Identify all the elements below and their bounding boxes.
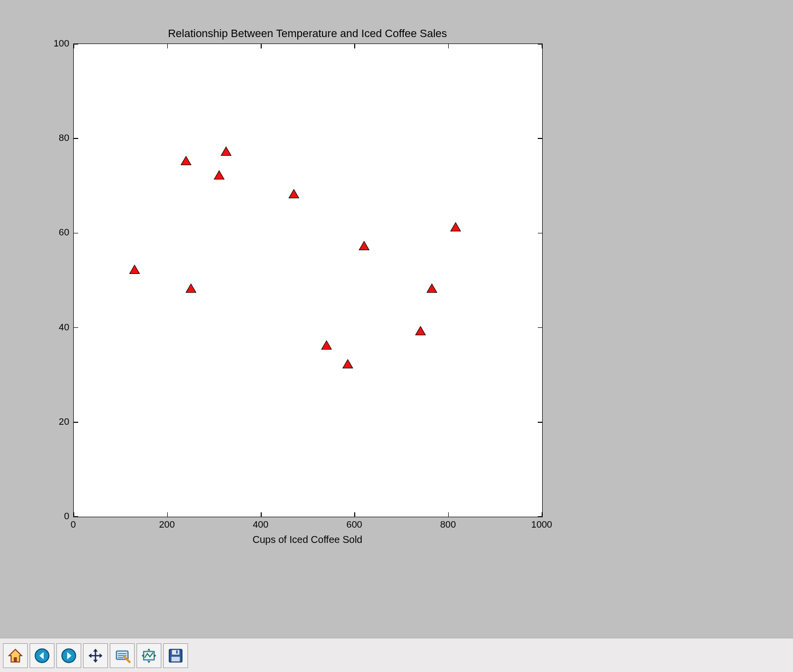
- data-point: [130, 266, 139, 273]
- svg-rect-8: [172, 657, 180, 662]
- y-tick-label: 100: [45, 38, 69, 49]
- forward-button[interactable]: [56, 643, 81, 668]
- data-point: [187, 284, 195, 292]
- app-window: Relationship Between Temperature and Ice…: [0, 0, 793, 672]
- y-tick-label: 60: [45, 227, 69, 238]
- data-point: [451, 223, 460, 231]
- data-point: [360, 242, 369, 250]
- save-icon: [167, 647, 184, 664]
- x-tick-label: 0: [71, 519, 76, 530]
- x-tick-label: 800: [440, 519, 456, 530]
- data-point: [322, 341, 331, 349]
- data-point: [416, 327, 425, 335]
- home-icon: [7, 647, 24, 664]
- data-point: [222, 147, 231, 155]
- zoom-button[interactable]: [110, 643, 135, 668]
- pan-icon: [87, 647, 104, 664]
- mpl-toolbar: [0, 638, 793, 672]
- subplots-button[interactable]: [137, 643, 161, 668]
- x-tick-label: 600: [346, 519, 362, 530]
- data-point: [289, 190, 298, 198]
- figure-canvas: Relationship Between Temperature and Ice…: [0, 0, 793, 638]
- svg-rect-7: [176, 650, 178, 653]
- y-tick-label: 80: [45, 133, 69, 143]
- x-tick-label: 400: [253, 519, 269, 530]
- back-icon: [34, 647, 50, 664]
- x-tick-label: 200: [159, 519, 175, 530]
- y-tick-label: 20: [45, 416, 69, 427]
- subplots-icon: [140, 647, 157, 664]
- y-tick-label: 0: [45, 511, 69, 522]
- data-point: [182, 157, 190, 165]
- save-button[interactable]: [163, 643, 188, 668]
- x-tick-label: 1000: [531, 519, 552, 530]
- forward-icon: [60, 647, 77, 664]
- x-axis-label: Cups of Iced Coffee Sold: [73, 534, 542, 545]
- data-point: [215, 171, 224, 179]
- data-point: [427, 284, 436, 292]
- svg-rect-0: [14, 657, 17, 662]
- pan-button[interactable]: [83, 643, 108, 668]
- back-button[interactable]: [30, 643, 54, 668]
- zoom-icon: [114, 647, 131, 664]
- y-tick-label: 40: [45, 322, 69, 333]
- chart-title: Relationship Between Temperature and Ice…: [73, 27, 542, 40]
- home-button[interactable]: [3, 643, 28, 668]
- svg-rect-6: [172, 650, 180, 655]
- data-point: [343, 360, 352, 368]
- plot-area: [73, 44, 543, 517]
